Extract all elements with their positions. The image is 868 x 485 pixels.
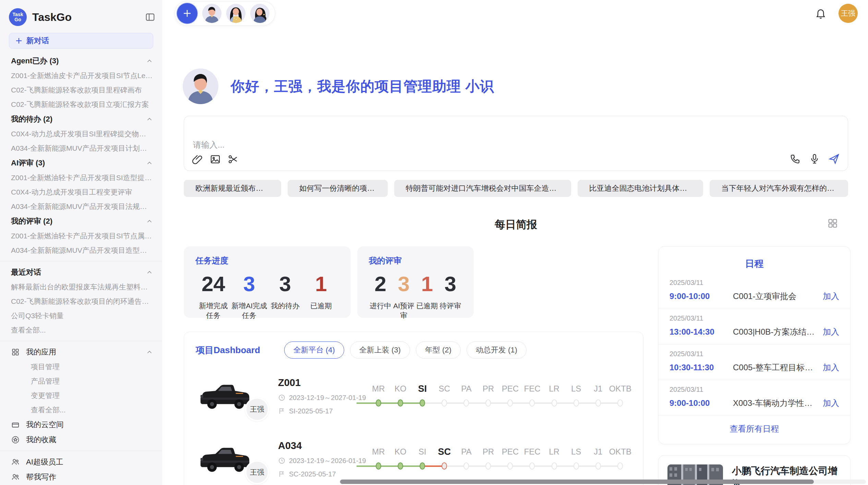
cloud-space-icon bbox=[11, 420, 20, 429]
add-agent-button[interactable] bbox=[177, 3, 197, 24]
suggestion-chip[interactable]: 欧洲新规最近颁布了什么? bbox=[184, 180, 281, 197]
chevron-up-icon[interactable] bbox=[146, 348, 153, 356]
event-row: 9:00-10:00 C001-立项审批会 加入 bbox=[670, 291, 839, 302]
ai-tools: AI超级员工 帮我写作 创意制图 bbox=[0, 455, 162, 485]
recent-chat-item[interactable]: 查看全部... bbox=[0, 323, 162, 337]
stat-value: 24 bbox=[195, 272, 231, 296]
section-header[interactable]: AI评审 (3) bbox=[0, 156, 162, 171]
section-header[interactable]: Agent已办 (3) bbox=[0, 53, 162, 69]
section-items: Z001-全新燃油轻卡产品开发项目SI造型提交物评审C0X4-动力总成开发项目工… bbox=[0, 171, 162, 214]
dashboard-tab[interactable]: 年型 (2) bbox=[416, 341, 461, 359]
stat-cell: 1 已逾期 bbox=[415, 272, 439, 320]
section-header[interactable]: 我的待办 (2) bbox=[0, 112, 162, 127]
app-item[interactable]: 查看全部... bbox=[0, 403, 162, 417]
app-item[interactable]: 项目管理 bbox=[0, 360, 162, 374]
project-media: 王强 bbox=[196, 440, 278, 478]
agent-avatar-1[interactable] bbox=[202, 4, 221, 23]
dashboard-tab[interactable]: 全新上装 (3) bbox=[350, 341, 410, 359]
milestone-connector bbox=[598, 465, 620, 467]
favorites-label: 我的收藏 bbox=[26, 435, 56, 445]
content-columns: 任务进度 24 新增完成任务 3 新增AI完成任务 3 bbox=[184, 246, 848, 485]
right-column: 日程 2025/03/11 9:00-10:00 C001-立项审批会 加入 2… bbox=[658, 246, 851, 485]
recent-chat-item[interactable]: 公司Q3轻卡销量 bbox=[0, 309, 162, 323]
event-join-link[interactable]: 加入 bbox=[823, 291, 839, 302]
milestone-connector bbox=[510, 465, 532, 467]
chevron-up-icon[interactable] bbox=[146, 159, 153, 167]
view-all-schedule-link[interactable]: 查看所有日程 bbox=[659, 415, 850, 440]
recent-chat-item[interactable]: 解释最新出台的欧盟报废车法规再生塑料比例被调至15%... bbox=[0, 280, 162, 294]
stat-value: 1 bbox=[303, 272, 339, 296]
send-icon[interactable] bbox=[828, 153, 840, 165]
flag-icon bbox=[278, 407, 286, 415]
voice-call-icon[interactable] bbox=[789, 153, 801, 165]
milestone-cell: PA bbox=[455, 382, 477, 408]
suggestion-chip[interactable]: 比亚迪全固态电池计划具体说了什么 bbox=[578, 180, 703, 197]
layout-grid-icon[interactable] bbox=[827, 217, 839, 229]
sidebar-task-item[interactable]: Z001-全新燃油轻卡产品开发项目SI节点属性5D文件评审 bbox=[0, 229, 162, 243]
event-join-link[interactable]: 加入 bbox=[823, 362, 839, 373]
suggestion-chip[interactable]: 如何写一份清晰的项目周报 bbox=[288, 180, 388, 197]
sidebar-task-item[interactable]: Z001-全新燃油皮卡产品开发项目SI节点Lesson Learn报告 bbox=[0, 69, 162, 83]
stat-label: 已逾期 bbox=[415, 301, 439, 311]
milestone-label: J1 bbox=[587, 445, 609, 458]
divider bbox=[0, 261, 162, 261]
sidebar-task-item[interactable]: Z001-全新燃油轻卡产品开发项目SI造型提交物评审 bbox=[0, 171, 162, 185]
chat-input-placeholder: 请输入... bbox=[193, 139, 225, 150]
schedule-event: 2025/03/11 9:00-10:00 C001-立项审批会 加入 bbox=[659, 273, 850, 309]
app-item[interactable]: 产品管理 bbox=[0, 374, 162, 388]
sidebar-task-item[interactable]: A034-全新新能源MUV产品开发项目计划变更表编写 bbox=[0, 141, 162, 156]
app-item[interactable]: 变更管理 bbox=[0, 388, 162, 403]
attach-paperclip-icon[interactable] bbox=[192, 153, 203, 165]
chevron-up-icon[interactable] bbox=[146, 217, 153, 225]
ai-tool-row[interactable]: AI超级员工 bbox=[0, 455, 162, 470]
sidebar-task-item[interactable]: C02-飞腾新能源轻客改款项目立项汇报方案 bbox=[0, 97, 162, 112]
scrollbar-thumb[interactable] bbox=[340, 480, 814, 484]
event-row: 13:00-14:30 C003|H0B-方案冻结评审 加入 bbox=[670, 326, 839, 337]
chat-input-card[interactable]: 请输入... bbox=[184, 116, 848, 171]
notifications-bell-icon[interactable] bbox=[815, 7, 827, 20]
chevron-up-icon[interactable] bbox=[146, 269, 153, 276]
milestone-dot bbox=[617, 399, 623, 407]
sidebar-task-item[interactable]: C0X4-动力总成开发项目工程变更评审 bbox=[0, 185, 162, 199]
stat-value: 3 bbox=[392, 272, 415, 296]
clock-icon bbox=[278, 457, 286, 464]
agent-avatar-2[interactable] bbox=[226, 4, 245, 23]
user-avatar[interactable]: 王强 bbox=[839, 4, 858, 23]
chevron-up-icon[interactable] bbox=[146, 57, 153, 65]
stat-label: AI预评审 bbox=[392, 301, 415, 320]
favorites-row[interactable]: 我的收藏 bbox=[0, 432, 162, 447]
image-upload-icon[interactable] bbox=[209, 153, 221, 165]
agent-avatar-3[interactable] bbox=[250, 4, 269, 23]
new-chat-button[interactable]: 新对话 bbox=[9, 33, 153, 49]
recent-chat-item[interactable]: C02-飞腾新能源轻客改款项目的闭环通告反馈情况 bbox=[0, 294, 162, 309]
milestone-dot bbox=[485, 462, 491, 470]
sidebar-task-item[interactable]: A034-全新新能源MUV产品开发项目造型可行性评审 bbox=[0, 243, 162, 258]
scissors-icon[interactable] bbox=[227, 153, 239, 165]
sidebar-collapse-icon[interactable] bbox=[145, 12, 155, 22]
sidebar-task-item[interactable]: C02-飞腾新能源轻客改款项目里程碑画布 bbox=[0, 83, 162, 97]
recent-chats-header[interactable]: 最近对话 bbox=[0, 265, 162, 280]
sidebar-task-item[interactable]: A034-全新新能源MUV产品开发项目法规符合性评审 bbox=[0, 199, 162, 214]
suggestion-chip[interactable]: 特朗普可能对进口汽车增税会对中国车企造成哪些影响 bbox=[394, 180, 571, 197]
milestone-label: LS bbox=[565, 445, 587, 458]
cloud-space-row[interactable]: 我的云空间 bbox=[0, 417, 162, 432]
my-apps-label: 我的应用 bbox=[26, 347, 140, 357]
my-apps-row[interactable]: 我的应用 bbox=[0, 345, 162, 360]
sidebar-task-item[interactable]: C0X4-动力总成开发项目SI里程碑提交物检查 bbox=[0, 127, 162, 141]
chevron-up-icon[interactable] bbox=[146, 115, 153, 123]
milestone-connector bbox=[378, 402, 400, 404]
project-row[interactable]: 王强 Z001 2023-12-19～2027-01-19 bbox=[196, 370, 631, 422]
dashboard-tab[interactable]: 动总开发 (1) bbox=[467, 341, 527, 359]
project-media: 王强 bbox=[196, 377, 278, 415]
project-row[interactable]: 王强 A034 2023-12-19～2026-01-19 bbox=[196, 433, 631, 485]
ai-tool-row[interactable]: 帮我写作 bbox=[0, 470, 162, 485]
dashboard-tab[interactable]: 全新平台 (4) bbox=[284, 341, 344, 359]
stat-cell: 3 我的待办 bbox=[267, 272, 303, 320]
section-header[interactable]: 我的评审 (2) bbox=[0, 214, 162, 229]
event-join-link[interactable]: 加入 bbox=[823, 326, 839, 337]
event-join-link[interactable]: 加入 bbox=[823, 398, 839, 409]
topbar: 王强 bbox=[162, 0, 868, 25]
suggestion-chip[interactable]: 当下年轻人对汽车外观有怎样的喜好趋势 bbox=[710, 180, 848, 197]
stat-card: 我的评审 2 进行中 3 AI预评审 1 bbox=[357, 246, 474, 318]
microphone-icon[interactable] bbox=[809, 153, 820, 165]
